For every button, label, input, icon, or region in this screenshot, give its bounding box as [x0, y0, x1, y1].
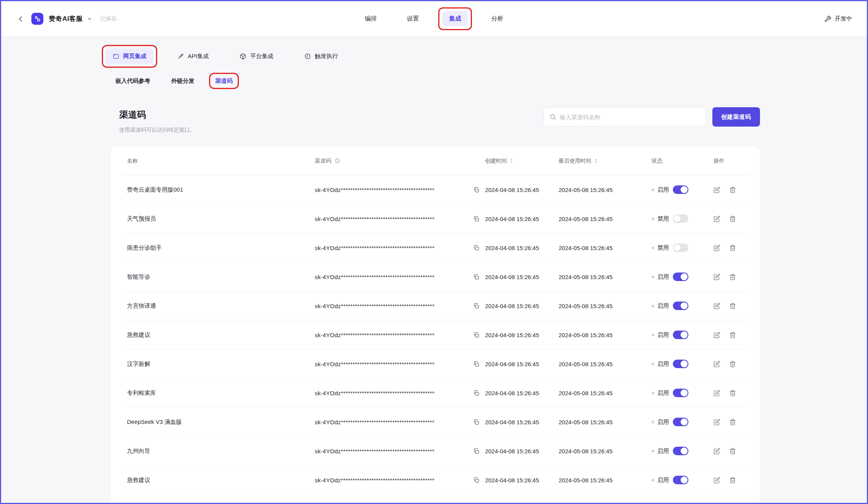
nav-tab-集成[interactable]: 集成 — [442, 11, 468, 26]
status-toggle[interactable] — [673, 185, 688, 194]
column-header-created-label: 创建时间 — [485, 158, 507, 165]
copy-icon[interactable] — [473, 216, 480, 222]
status-toggle[interactable] — [673, 243, 688, 252]
cell-name: 赞奇云桌面专用版001 — [122, 186, 315, 194]
status-dot-icon — [652, 276, 654, 278]
app-title[interactable]: 赞奇AI客服 — [49, 14, 83, 23]
copy-icon[interactable] — [473, 274, 480, 280]
search-icon — [549, 113, 556, 120]
trash-icon[interactable] — [729, 245, 736, 251]
edit-icon[interactable] — [714, 274, 720, 280]
copy-icon[interactable] — [473, 419, 480, 425]
edit-icon[interactable] — [714, 216, 720, 222]
subnav-item-label: 平台集成 — [250, 53, 273, 60]
nav-tab-设置[interactable]: 设置 — [400, 11, 426, 26]
trash-icon[interactable] — [729, 216, 736, 222]
subnav-item-API集成[interactable]: API集成 — [170, 48, 216, 64]
trash-icon[interactable] — [729, 187, 736, 193]
copy-icon[interactable] — [473, 390, 480, 396]
edit-icon[interactable] — [714, 303, 720, 309]
status-toggle[interactable] — [673, 476, 688, 484]
column-header-last-used[interactable]: 最后使用时间 — [559, 158, 652, 165]
tab-外链分发[interactable]: 外链分发 — [171, 77, 194, 85]
trash-icon[interactable] — [729, 274, 736, 280]
cell-last-used-time: 2024-05-08 15:26:45 — [559, 187, 652, 193]
status-toggle[interactable] — [673, 418, 688, 426]
cell-created-time: 2024-04-08 15:26:45 — [485, 216, 559, 222]
subnav-item-触发执行[interactable]: 触发执行 — [297, 48, 345, 64]
subnav-item-网页集成[interactable]: 网页集成 — [106, 48, 153, 64]
clock-icon — [304, 53, 311, 60]
trash-icon[interactable] — [729, 332, 736, 338]
cell-created-time: 2024-04-08 15:26:45 — [485, 274, 559, 280]
edit-icon[interactable] — [714, 448, 720, 454]
copy-icon[interactable] — [473, 448, 480, 454]
table-row: 方言快译通sk-4YOdz***************************… — [122, 291, 749, 321]
edit-icon[interactable] — [714, 245, 720, 251]
top-bar: 赞奇AI客服 已保存 编排设置集成分析 开发中 — [1, 1, 867, 37]
page-subtitle: 使用渠道码可以访问特定接口。 — [111, 127, 195, 134]
sort-icon[interactable] — [593, 158, 599, 164]
edit-icon[interactable] — [714, 361, 720, 367]
subnav-item-平台集成[interactable]: 平台集成 — [233, 48, 280, 64]
sort-icon[interactable] — [509, 158, 515, 164]
chevron-down-icon[interactable] — [87, 16, 93, 22]
copy-icon[interactable] — [473, 303, 480, 309]
tab-嵌入代码参考[interactable]: 嵌入代码参考 — [115, 77, 150, 85]
wrench-icon — [824, 15, 831, 22]
copy-icon[interactable] — [473, 361, 480, 367]
status-toggle[interactable] — [673, 214, 688, 223]
cell-name: 方言快译通 — [122, 302, 315, 310]
trash-icon[interactable] — [729, 361, 736, 367]
cell-status: 禁用 — [652, 214, 710, 223]
edit-icon[interactable] — [714, 390, 720, 396]
cube-icon — [240, 53, 246, 60]
edit-icon[interactable] — [714, 187, 720, 193]
trash-icon[interactable] — [729, 419, 736, 425]
status-toggle[interactable] — [673, 331, 688, 339]
status-label: 禁用 — [657, 215, 669, 223]
cell-created-time: 2024-04-08 15:26:45 — [485, 332, 559, 338]
cell-status: 启用 — [652, 302, 710, 310]
annotation-box — [209, 73, 239, 89]
status-toggle[interactable] — [673, 389, 688, 397]
dev-mode-badge[interactable]: 开发中 — [824, 15, 852, 22]
channel-code-masked: sk-4YOdz********************************… — [315, 187, 434, 193]
workflow-icon — [34, 15, 41, 22]
section-header: 渠道码 使用渠道码可以访问特定接口。 创建渠道码 — [111, 107, 760, 134]
cell-status: 启用 — [652, 331, 710, 339]
nav-tab-分析[interactable]: 分析 — [484, 11, 510, 26]
edit-icon[interactable] — [714, 419, 720, 425]
column-header-key-label: 渠道码 — [315, 158, 331, 165]
info-icon[interactable] — [335, 158, 340, 164]
cell-last-used-time: 2024-05-08 15:26:45 — [559, 390, 652, 396]
cell-status: 启用 — [652, 389, 710, 397]
edit-icon[interactable] — [714, 477, 720, 483]
trash-icon[interactable] — [729, 390, 736, 396]
edit-icon[interactable] — [714, 332, 720, 338]
status-toggle[interactable] — [673, 360, 688, 368]
status-label: 启用 — [657, 447, 669, 455]
create-channel-code-button[interactable]: 创建渠道码 — [712, 107, 760, 127]
trash-icon[interactable] — [729, 448, 736, 454]
trash-icon[interactable] — [729, 477, 736, 483]
copy-icon[interactable] — [473, 332, 480, 338]
trash-icon[interactable] — [729, 303, 736, 309]
copy-icon[interactable] — [473, 477, 480, 483]
nav-tab-编排[interactable]: 编排 — [358, 11, 384, 26]
column-header-created[interactable]: 创建时间 — [485, 158, 559, 165]
channel-code-table-card: 名称 渠道码 创建时间 最后使用时间 状态 操作 赞奇云桌面专用版001sk-4… — [111, 147, 760, 504]
integration-subnav: 网页集成API集成平台集成触发执行 — [106, 48, 867, 64]
status-toggle[interactable] — [673, 302, 688, 310]
cell-actions — [710, 187, 749, 193]
status-toggle[interactable] — [673, 273, 688, 281]
search-input[interactable] — [560, 114, 700, 120]
copy-icon[interactable] — [473, 187, 480, 193]
tab-渠道码[interactable]: 渠道码 — [215, 77, 233, 85]
cell-created-time: 2024-04-08 15:26:45 — [485, 361, 559, 367]
table-row: 急救建议sk-4YOdz****************************… — [122, 466, 749, 495]
copy-icon[interactable] — [473, 245, 480, 251]
back-button[interactable] — [16, 14, 26, 24]
status-toggle[interactable] — [673, 447, 688, 455]
api-plug-icon — [177, 53, 184, 60]
